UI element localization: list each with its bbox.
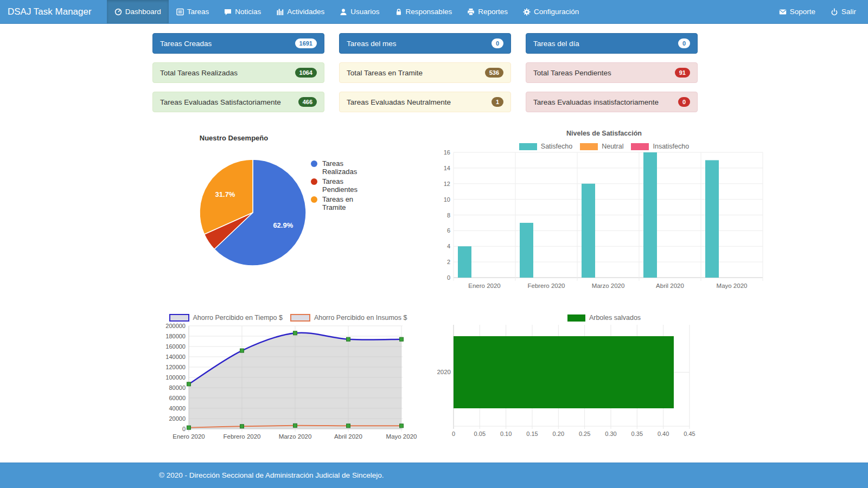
- legend-item[interactable]: Neutral: [580, 143, 623, 150]
- legend-swatch: [311, 196, 317, 203]
- nav-item-responsables[interactable]: Responsables: [387, 0, 460, 23]
- user-icon: [340, 8, 347, 16]
- svg-text:0.20: 0.20: [553, 431, 564, 437]
- card-tareas-creadas: Tareas Creadas 1691: [152, 33, 324, 54]
- svg-text:0: 0: [447, 274, 450, 281]
- trees-hbar-chart: Arboles salvados 00.050.100.150.200.250.…: [437, 314, 771, 450]
- nav-item-reportes[interactable]: Reportes: [459, 0, 515, 23]
- legend-label: Arboles salvados: [589, 314, 641, 322]
- task-list-icon: [176, 8, 184, 16]
- nav-item-dashboard[interactable]: Dashboard: [107, 0, 169, 23]
- legend-label: Ahorro Percibido en Insumos $: [314, 314, 407, 322]
- card-title: Tareas del mes: [347, 40, 397, 48]
- card-tareas-dia: Tareas del día 0: [526, 33, 698, 54]
- pie-chart-title: Nuestro Desempeño: [152, 134, 315, 142]
- card-tareas-tramite: Total Tareas en Tramite 536: [339, 62, 511, 83]
- main-content: Tareas Creadas 1691 Tareas del mes 0 Tar…: [152, 33, 771, 450]
- svg-text:Abril 2020: Abril 2020: [334, 433, 362, 440]
- power-icon: [831, 8, 838, 16]
- charts-area: Nuestro Desempeño 62.9%31.7% Tareas Real…: [152, 125, 771, 450]
- count-badge: 1: [492, 97, 503, 107]
- bar-stats-icon: [276, 8, 284, 16]
- nav-item-soporte[interactable]: Soporte: [771, 0, 823, 23]
- svg-text:120000: 120000: [165, 364, 186, 370]
- savings-chart-canvas: 0200004000060000800001000001200001400001…: [152, 322, 424, 447]
- svg-text:14: 14: [444, 165, 450, 171]
- svg-text:0.15: 0.15: [526, 431, 538, 437]
- legend-label: Tareas Realizadas: [322, 159, 367, 176]
- svg-text:Febrero 2020: Febrero 2020: [527, 282, 565, 289]
- legend-label: Neutral: [602, 143, 623, 150]
- svg-text:31.7%: 31.7%: [215, 190, 235, 198]
- svg-text:0.05: 0.05: [474, 431, 486, 437]
- lock-icon: [395, 8, 403, 16]
- savings-line-chart: Ahorro Percibido en Tiempo $Ahorro Perci…: [152, 314, 424, 450]
- svg-text:140000: 140000: [165, 354, 186, 360]
- nav-item-noticias[interactable]: Noticias: [216, 0, 269, 23]
- svg-text:2020: 2020: [437, 369, 451, 375]
- legend-item[interactable]: Ahorro Percibido en Insumos $: [290, 314, 407, 322]
- legend-swatch: [519, 143, 537, 150]
- satisfaction-chart-canvas: 0246810121416Enero 2020Febrero 2020Marzo…: [437, 150, 771, 292]
- count-badge: 1064: [295, 68, 317, 78]
- legend-swatch: [311, 160, 317, 167]
- nav-item-configuracion[interactable]: Configuración: [515, 0, 586, 23]
- app-brand[interactable]: DSAJ Task Manager: [0, 0, 99, 23]
- trees-legend: Arboles salvados: [437, 314, 771, 322]
- legend-item[interactable]: Satisfecho: [519, 143, 572, 150]
- svg-text:6: 6: [447, 227, 450, 234]
- legend-item[interactable]: Ahorro Percibido en Tiempo $: [169, 314, 283, 322]
- card-title: Total Tareas Pendientes: [533, 69, 611, 77]
- printer-icon: [467, 8, 475, 16]
- svg-text:20000: 20000: [169, 415, 186, 422]
- svg-text:Mayo 2020: Mayo 2020: [717, 282, 748, 289]
- nav-menu: Dashboard Tareas Noticias Actividades Us…: [107, 0, 587, 23]
- card-title: Total Tareas Realizadas: [160, 69, 238, 77]
- svg-text:40000: 40000: [169, 405, 186, 412]
- count-badge: 0: [678, 97, 690, 107]
- legend-swatch: [567, 314, 585, 322]
- trees-chart-canvas: 00.050.100.150.200.250.300.350.400.45202…: [437, 322, 771, 444]
- svg-text:180000: 180000: [165, 333, 186, 339]
- nav-item-usuarios[interactable]: Usuarios: [332, 0, 387, 23]
- pie-legend-item[interactable]: Tareas en Tramite: [311, 195, 367, 211]
- legend-label: Ahorro Percibido en Tiempo $: [193, 314, 283, 322]
- svg-text:8: 8: [447, 212, 450, 219]
- svg-text:0.40: 0.40: [658, 431, 669, 437]
- svg-text:0.45: 0.45: [684, 431, 695, 437]
- dashboard-gauge-icon: [114, 8, 122, 16]
- nav-item-tareas[interactable]: Tareas: [169, 0, 217, 23]
- svg-text:Enero 2020: Enero 2020: [173, 433, 205, 440]
- footer: © 2020 - Dirección Seccional de Administ…: [0, 463, 868, 488]
- pie-legend-item[interactable]: Tareas Realizadas: [311, 159, 367, 176]
- svg-text:0.30: 0.30: [605, 431, 616, 437]
- count-badge: 0: [678, 38, 690, 48]
- legend-label: Insatisfecho: [653, 143, 689, 150]
- nav-item-salir[interactable]: Salir: [823, 0, 864, 23]
- performance-pie-chart: Nuestro Desempeño 62.9%31.7% Tareas Real…: [152, 125, 424, 294]
- svg-text:0.25: 0.25: [579, 431, 590, 437]
- legend-swatch: [290, 314, 310, 322]
- legend-item[interactable]: Insatisfecho: [631, 143, 689, 150]
- svg-text:200000: 200000: [165, 323, 186, 329]
- pie-legend-item[interactable]: Tareas Pendientes: [311, 177, 367, 194]
- savings-legend: Ahorro Percibido en Tiempo $Ahorro Perci…: [152, 314, 424, 322]
- legend-label: Tareas Pendientes: [322, 177, 367, 194]
- stat-cards: Tareas Creadas 1691 Tareas del mes 0 Tar…: [152, 33, 698, 112]
- card-title: Total Tareas en Tramite: [347, 69, 423, 77]
- count-badge: 0: [492, 38, 503, 48]
- legend-swatch: [631, 143, 649, 150]
- legend-swatch: [580, 143, 598, 150]
- svg-text:0.35: 0.35: [631, 431, 643, 437]
- card-title: Tareas Evaluadas insatisfactoriamente: [533, 98, 659, 106]
- card-evaluadas-satisfactoriamente: Tareas Evaluadas Satisfactoriamente 466: [152, 92, 324, 112]
- nav-item-actividades[interactable]: Actividades: [269, 0, 332, 23]
- card-title: Tareas Evaluadas Satisfactoriamente: [160, 98, 281, 106]
- svg-text:80000: 80000: [169, 384, 186, 391]
- card-evaluadas-insatisfactoriamente: Tareas Evaluadas insatisfactoriamente 0: [526, 92, 698, 112]
- svg-text:100000: 100000: [165, 374, 186, 381]
- legend-item[interactable]: Arboles salvados: [567, 314, 641, 322]
- count-badge: 91: [675, 68, 690, 78]
- pie-legend: Tareas RealizadasTareas PendientesTareas…: [311, 159, 367, 213]
- svg-text:Marzo 2020: Marzo 2020: [279, 433, 312, 440]
